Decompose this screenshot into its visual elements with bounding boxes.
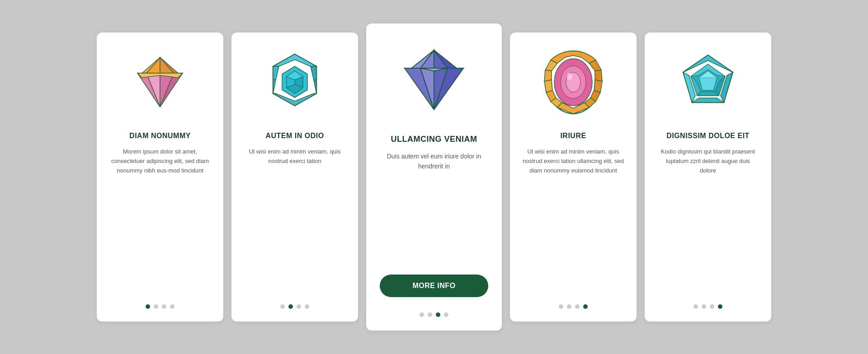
dot-4-4 <box>583 304 588 309</box>
svg-marker-13 <box>273 66 279 80</box>
card-1: DIAM NONUMMY Morem ipsum dolor sit amet,… <box>97 33 223 321</box>
dot-4-1 <box>559 304 563 309</box>
svg-marker-12 <box>273 54 316 66</box>
dot-3-4 <box>444 312 448 317</box>
dot-1-3 <box>162 304 166 309</box>
gem-diamond-pink <box>124 46 196 118</box>
dot-2-4 <box>305 304 309 309</box>
dot-1-2 <box>154 304 158 309</box>
dot-2-2 <box>288 304 293 309</box>
dot-5-4 <box>718 304 722 309</box>
gem-hexagon-blue <box>259 46 331 118</box>
dot-5-3 <box>710 304 714 309</box>
svg-point-38 <box>567 73 572 80</box>
svg-marker-14 <box>311 66 316 80</box>
svg-marker-16 <box>314 80 316 93</box>
svg-marker-15 <box>273 80 276 93</box>
dot-2-3 <box>297 304 301 309</box>
card-4-title: IRIURE <box>560 132 586 140</box>
card-1-title: DIAM NONUMMY <box>129 132 191 140</box>
dot-5-1 <box>693 304 698 309</box>
card-2-text: Ut wisi enim ad minim veniam, quis nostr… <box>244 147 345 293</box>
gem-diamond-blue <box>393 40 475 121</box>
card-2-title: AUTEM IN ODIO <box>265 132 324 140</box>
dot-1-1 <box>146 304 150 309</box>
card-4-dots <box>559 304 588 309</box>
card-5: DIGNISSIM DOLOE EIT Kodio dignissim qui … <box>645 33 771 321</box>
dot-4-3 <box>575 304 580 309</box>
more-info-button[interactable]: MORE INFO <box>380 275 488 297</box>
card-2: AUTEM IN ODIO Ut wisi enim ad minim veni… <box>231 33 358 321</box>
dot-3-2 <box>428 312 432 317</box>
dot-3-3 <box>436 312 440 317</box>
card-3-text: Duis autem vel eum iriure dolor in hendr… <box>380 151 488 266</box>
card-3-dots <box>420 312 448 317</box>
dot-5-2 <box>702 304 706 309</box>
card-3-title: ULLAMCING VENIAM <box>391 135 477 144</box>
card-5-title: DIGNISSIM DOLOE EIT <box>666 132 750 140</box>
card-2-dots <box>280 304 309 309</box>
gem-pentagon-teal <box>672 46 744 118</box>
dot-4-2 <box>567 304 571 309</box>
dot-3-1 <box>420 312 424 317</box>
svg-marker-43 <box>692 98 724 102</box>
dot-2-1 <box>280 304 285 309</box>
card-1-dots <box>146 304 175 309</box>
card-5-dots <box>693 304 722 309</box>
card-1-text: Morem ipsum dolor sit amet, consectetuer… <box>109 147 211 293</box>
dot-1-4 <box>170 304 175 309</box>
card-3: ULLAMCING VENIAM Duis autem vel eum iriu… <box>366 23 502 331</box>
card-4-text: Ut wisi enim ad minim veniam, quis nostr… <box>523 147 624 293</box>
cards-container: DIAM NONUMMY Morem ipsum dolor sit amet,… <box>70 23 798 331</box>
card-4: IRIURE Ut wisi enim ad minim veniam, qui… <box>510 33 637 321</box>
card-5-text: Kodio dignissim qui blandit praesent lup… <box>657 147 759 293</box>
gem-oval-pink <box>537 46 609 118</box>
